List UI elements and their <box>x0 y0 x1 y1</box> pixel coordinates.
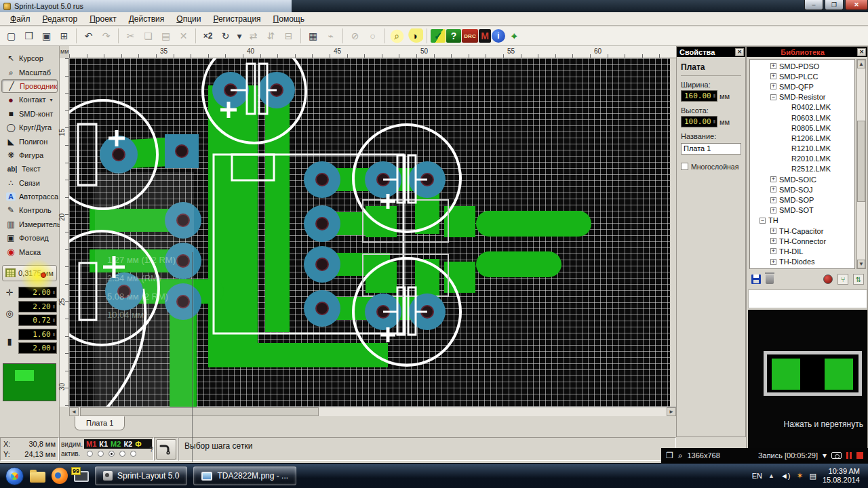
library-tree-item[interactable]: R2512.LMK <box>750 164 854 174</box>
layer-radio[interactable] <box>119 451 125 457</box>
tree-expander-icon[interactable]: + <box>770 83 776 89</box>
updater-icon[interactable]: ✶ <box>796 471 803 481</box>
library-tree-item[interactable]: + TH-Connector <box>750 236 854 246</box>
library-tree-item[interactable]: + SMD-SOJ <box>750 184 854 195</box>
undo-icon[interactable]: ↶ <box>80 28 97 44</box>
library-tree-item[interactable]: + TH-Capacitor <box>750 226 854 236</box>
library-tree-item[interactable]: + SMD-SOIC <box>750 174 854 184</box>
separator[interactable] <box>195 28 196 43</box>
tool-connections[interactable]: ∴ Связи <box>1 176 58 190</box>
tree-expander-icon[interactable]: + <box>770 248 776 254</box>
restore-button[interactable]: ❐ <box>825 0 844 10</box>
smd-height-field[interactable]: 2.00 ‖ <box>18 342 57 354</box>
library-pins-icon[interactable]: ⑂ <box>837 274 848 285</box>
tool-autoroute[interactable]: A Автотрасса <box>1 190 58 203</box>
library-swap-icon[interactable]: ⇅ <box>853 274 864 285</box>
print-icon[interactable]: ⊞ <box>56 28 73 44</box>
library-tree-item[interactable]: R0402.LMK <box>750 102 854 113</box>
layer-radio-selected[interactable] <box>108 451 115 457</box>
library-tree-item[interactable]: R0805.LMK <box>750 123 854 133</box>
pause-icon[interactable] <box>846 452 852 459</box>
cut-icon[interactable]: ✂ <box>122 28 139 44</box>
library-save-icon[interactable] <box>751 274 761 284</box>
menu-item[interactable]: Действия <box>123 13 171 25</box>
scroll-up-icon[interactable]: ▲ <box>857 60 865 68</box>
drc-icon[interactable]: DRC <box>462 29 478 43</box>
tool-text[interactable]: ab| Текст <box>1 162 58 176</box>
tool-smd-pad[interactable]: ■ SMD-конт <box>1 107 58 121</box>
active-tool-button[interactable] <box>156 439 176 460</box>
multilayer-option[interactable]: Многослойная <box>681 163 741 171</box>
snap-icon[interactable]: ⌖ <box>506 28 523 44</box>
component-preview[interactable]: Нажать и перетянуть <box>748 310 867 462</box>
rotate-menu-icon[interactable]: ▾ <box>235 28 244 44</box>
layer-radio[interactable] <box>87 451 93 457</box>
layer-button[interactable]: М2 <box>111 440 121 448</box>
tool-control[interactable]: ✎ Контроль <box>1 203 58 217</box>
tree-expander-icon[interactable]: + <box>770 259 776 265</box>
properties-close-icon[interactable]: ✕ <box>735 48 744 56</box>
zoom-icon[interactable]: ⌕ <box>389 28 406 44</box>
library-tree-item[interactable]: + SMD-PDSO <box>750 61 854 71</box>
tree-expander-icon[interactable]: + <box>770 176 776 182</box>
stop-icon[interactable] <box>856 452 863 459</box>
test-icon[interactable]: ? <box>446 29 461 43</box>
horizontal-scrollbar[interactable]: ◄ ► <box>69 407 676 416</box>
clock[interactable]: 10:39 AM 15.08.2014 <box>823 467 863 485</box>
smd-width-field[interactable]: 1.60 ‖ <box>18 329 57 340</box>
new-file-icon[interactable]: ▢ <box>3 28 20 44</box>
menu-item[interactable]: Проект <box>83 13 123 25</box>
tree-expander-icon[interactable]: − <box>760 218 766 224</box>
tool-zoom[interactable]: ⌕ Масштаб <box>1 65 58 79</box>
tray-expand-icon[interactable]: ▲ <box>768 472 774 479</box>
library-tree-item[interactable]: + TH-Diodes <box>750 257 854 267</box>
scrollbar-thumb[interactable] <box>857 121 865 202</box>
library-record-icon[interactable] <box>823 274 833 284</box>
tool-shape[interactable]: ❋ Фигура <box>1 148 58 162</box>
minimize-button[interactable]: – <box>804 0 823 10</box>
align-icon[interactable]: ⊟ <box>280 28 297 44</box>
pad-hole-field[interactable]: 0.72 ‖ <box>18 314 57 326</box>
tool-cursor[interactable]: ↖ Курсор <box>1 52 58 65</box>
lock-icon[interactable]: ⊘ <box>347 28 363 44</box>
tool-measure[interactable]: ▥ Измеритель <box>1 218 58 231</box>
separator[interactable] <box>118 28 119 43</box>
library-scrollbar[interactable]: ▲ ▼ <box>856 59 866 269</box>
separator[interactable] <box>300 28 301 43</box>
layer-button[interactable]: К2 <box>123 440 132 448</box>
mirror-h-icon[interactable]: ⇄ <box>245 28 262 44</box>
layer-help[interactable]: ? <box>149 446 153 453</box>
tree-expander-icon[interactable]: + <box>770 73 776 79</box>
rotate-icon[interactable]: ↻ <box>217 28 234 44</box>
layer-button[interactable]: М1 <box>86 440 96 448</box>
library-tree-item[interactable]: + SMD-QFP <box>750 81 854 92</box>
tool-conductor[interactable]: ╱ Проводник <box>1 79 58 93</box>
paste-icon[interactable]: ▤ <box>157 28 174 44</box>
library-tree-item[interactable]: + SMD-SOP <box>750 195 854 205</box>
pad-diameter-field[interactable]: 2.20 ‖ <box>18 301 57 312</box>
tree-expander-icon[interactable]: + <box>770 186 776 192</box>
menu-item[interactable]: Помощь <box>267 13 311 25</box>
menu-item[interactable]: Регистрация <box>207 13 267 25</box>
scrollbar-thumb[interactable] <box>80 407 319 416</box>
tool-mask[interactable]: ◉ Маска <box>1 245 58 258</box>
recorder-app-icon[interactable]: 99 <box>74 471 89 482</box>
clipboard-icon[interactable]: ▤ <box>810 472 816 481</box>
grid-step-button[interactable]: 0,3175 мм <box>2 265 57 281</box>
delete-icon[interactable]: ✕ <box>175 28 192 44</box>
board-width-field[interactable]: 160.00 ‖ <box>681 90 717 102</box>
duplicate-icon[interactable]: ×2 <box>199 28 216 44</box>
menu-item[interactable]: Опции <box>170 13 207 25</box>
library-tree-item[interactable]: + SMD-PLCC <box>750 71 854 81</box>
redo-icon[interactable]: ↷ <box>98 28 115 44</box>
separator[interactable] <box>384 28 385 43</box>
library-tree-item[interactable]: + SMD-SOT <box>750 205 854 216</box>
separator[interactable] <box>76 28 77 43</box>
macro-icon[interactable]: M <box>479 29 491 43</box>
tool-circle-arc[interactable]: ◯ Круг/Дуга <box>1 121 58 134</box>
tree-expander-icon[interactable]: + <box>770 228 776 234</box>
layer-button[interactable]: К1 <box>99 440 108 448</box>
tree-expander-icon[interactable]: + <box>770 238 776 244</box>
menu-item[interactable]: Редактор <box>37 13 84 25</box>
library-tree-item[interactable]: − TH <box>750 216 854 226</box>
